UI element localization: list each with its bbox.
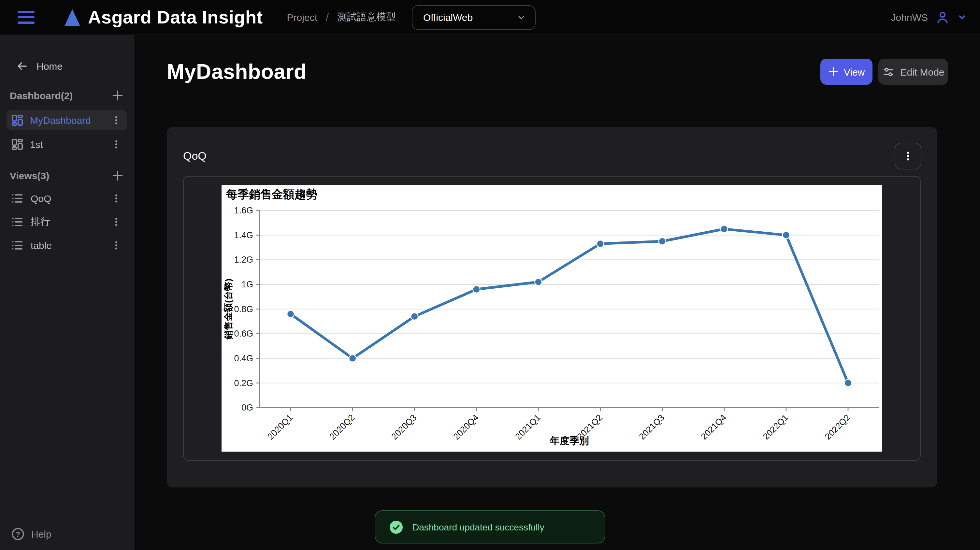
svg-text:2021Q1: 2021Q1 [514, 412, 542, 442]
help-button[interactable]: ? Help [11, 527, 51, 541]
sidebar-item-label: 1st [30, 139, 104, 150]
workspace-select-value: OfficialWeb [423, 12, 473, 23]
svg-text:1.6G: 1.6G [234, 206, 253, 215]
svg-text:每季銷售金額趨勢: 每季銷售金額趨勢 [226, 188, 317, 200]
sidebar-item-label: 排行 [30, 215, 103, 228]
sidebar-item-label: table [30, 240, 103, 251]
svg-text:2020Q4: 2020Q4 [451, 412, 480, 442]
app-title: Asgard Data Insight [88, 7, 263, 28]
app-root: Asgard Data Insight Project / 測試語意模型 Off… [0, 0, 980, 550]
back-arrow-icon [16, 60, 28, 72]
list-icon [11, 239, 24, 251]
sidebar-section-views: Views(3) [10, 169, 124, 182]
chart-card: QoQ 0G0.2G0.4G0.6G0.8G1G1.2G1.4G1.6G2020… [167, 127, 937, 488]
workspace-select[interactable]: OfficialWeb [412, 5, 536, 30]
top-navigation-bar: Asgard Data Insight Project / 測試語意模型 Off… [0, 0, 980, 35]
svg-text:1.2G: 1.2G [234, 255, 253, 265]
sidebar-section-dashboards-label: Dashboard(2) [10, 90, 73, 101]
help-label: Help [31, 528, 51, 540]
svg-text:0.6G: 0.6G [234, 329, 253, 339]
view-button-label: View [844, 66, 865, 77]
edit-mode-button[interactable]: Edit Mode [878, 59, 948, 85]
list-icon [11, 192, 24, 204]
chevron-down-icon [957, 13, 967, 22]
kebab-menu-icon[interactable] [111, 240, 122, 251]
sidebar-item-mydashboard[interactable]: MyDashboard [6, 110, 127, 130]
toast-notification: Dashboard updated successfully [375, 510, 605, 544]
sidebar-section-dashboards: Dashboard(2) [10, 89, 124, 102]
add-view-button-primary[interactable]: View [820, 59, 872, 85]
svg-text:?: ? [16, 530, 20, 538]
svg-text:年度季別: 年度季別 [550, 435, 589, 446]
svg-text:2021Q4: 2021Q4 [699, 412, 728, 442]
add-view-button[interactable] [111, 169, 124, 182]
breadcrumb-project[interactable]: Project [287, 12, 317, 23]
breadcrumb-separator: / [326, 11, 329, 23]
kebab-menu-icon[interactable] [111, 139, 122, 150]
svg-text:1.4G: 1.4G [234, 230, 253, 240]
svg-text:2020Q1: 2020Q1 [266, 412, 294, 442]
breadcrumb: Project / 測試語意模型 [287, 11, 396, 24]
svg-text:0.4G: 0.4G [234, 353, 253, 363]
svg-text:2022Q1: 2022Q1 [761, 412, 790, 442]
breadcrumb-model[interactable]: 測試語意模型 [337, 11, 396, 24]
svg-text:0.8G: 0.8G [234, 304, 253, 314]
help-question-icon: ? [11, 527, 25, 541]
sidebar-item-label: MyDashboard [30, 115, 104, 126]
chevron-down-icon [517, 13, 526, 22]
svg-text:2021Q3: 2021Q3 [637, 412, 666, 442]
success-check-icon [389, 520, 403, 534]
svg-text:2020Q3: 2020Q3 [389, 412, 418, 442]
user-menu[interactable]: JohnWS [891, 10, 967, 24]
sidebar: Home Dashboard(2) MyDashboard [0, 35, 134, 550]
svg-text:2022Q2: 2022Q2 [823, 412, 852, 442]
chart-card-title: QoQ [183, 149, 207, 162]
sidebar-item-ranking[interactable]: 排行 [11, 214, 127, 229]
user-avatar-icon [936, 10, 950, 24]
edit-mode-button-label: Edit Mode [900, 66, 944, 77]
plus-icon [828, 67, 838, 77]
toast-message: Dashboard updated successfully [412, 521, 544, 532]
add-dashboard-button[interactable] [111, 89, 124, 102]
sidebar-section-views-label: Views(3) [10, 170, 49, 181]
line-chart: 0G0.2G0.4G0.6G0.8G1G1.2G1.4G1.6G2020Q120… [221, 185, 882, 451]
kebab-menu-icon[interactable] [111, 115, 122, 126]
hamburger-menu-icon[interactable] [18, 11, 35, 24]
sidebar-item-1st[interactable]: 1st [6, 134, 127, 154]
chart-panel: 0G0.2G0.4G0.6G0.8G1G1.2G1.4G1.6G2020Q120… [183, 176, 921, 461]
app-logo-triangle-icon [65, 9, 80, 26]
chart-card-menu-button[interactable] [895, 143, 921, 169]
page-title: MyDashboard [167, 60, 307, 84]
kebab-menu-icon[interactable] [111, 192, 122, 203]
sidebar-item-table[interactable]: table [11, 237, 127, 253]
kebab-menu-icon[interactable] [111, 216, 122, 227]
sidebar-home-label: Home [37, 60, 62, 72]
page-header: MyDashboard View [167, 59, 948, 85]
svg-text:0G: 0G [242, 403, 253, 412]
dashboard-grid-icon [11, 114, 24, 126]
sliders-icon [882, 65, 894, 78]
dashboard-grid-icon [11, 138, 24, 151]
svg-text:銷售金額(台幣): 銷售金額(台幣) [223, 278, 233, 340]
svg-text:0.2G: 0.2G [234, 378, 253, 388]
main-content: MyDashboard View [134, 35, 980, 550]
user-name: JohnWS [891, 12, 928, 23]
sidebar-item-qoq[interactable]: QoQ [11, 190, 127, 206]
svg-text:1G: 1G [242, 280, 253, 289]
sidebar-home-link[interactable]: Home [0, 57, 134, 74]
sidebar-item-label: QoQ [30, 192, 103, 203]
chart-card-header: QoQ [167, 127, 937, 176]
svg-text:2020Q2: 2020Q2 [328, 412, 356, 442]
list-icon [11, 215, 24, 228]
